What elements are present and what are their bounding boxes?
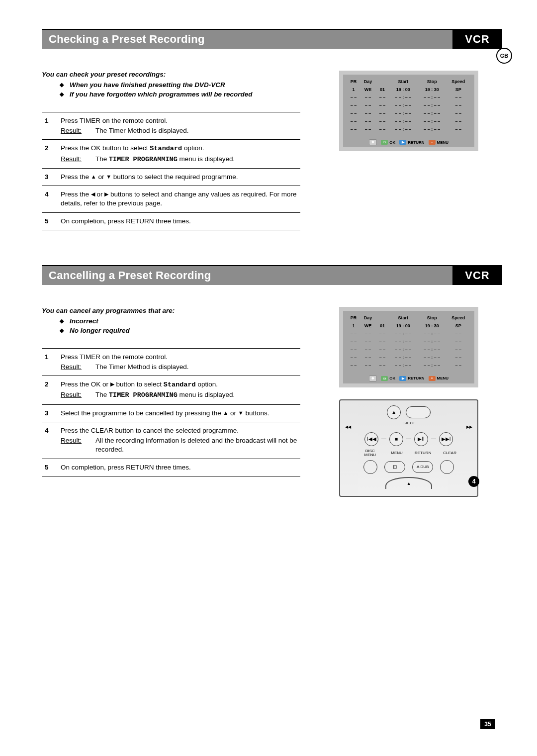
return-icon: ▶ — [399, 376, 406, 381]
intro-text: You can cancel any programmes that are: — [42, 307, 300, 314]
section-title: Cancelling a Preset Recording — [42, 266, 452, 285]
remote-diagram: ▲ EJECT ◀◀ ▶▶ I◀◀ ■ ▶II — [339, 399, 478, 497]
bullet-item: No longer required — [60, 327, 300, 334]
play-button[interactable]: ▶II — [414, 432, 428, 446]
intro-bullets: When you have finished presetting the DV… — [60, 81, 300, 98]
left-column: You can cancel any programmes that are: … — [42, 307, 300, 497]
left-column: You can check your preset recordings: Wh… — [42, 71, 300, 230]
step-item: On completion, press RETURN three times. — [42, 459, 300, 476]
ok-icon: ▭ — [381, 140, 388, 145]
rew-label: ◀◀ — [345, 425, 351, 429]
move-icon: ✥ — [369, 376, 377, 381]
language-badge: GB — [496, 48, 512, 64]
step-item: Press the ◀ or ▶ buttons to select and c… — [42, 186, 300, 212]
step-item: Press the ▲ or ▼ buttons to select the r… — [42, 169, 300, 186]
intro-bullets-2: IncorrectNo longer required — [60, 317, 300, 334]
ff-label: ▶▶ — [466, 425, 472, 429]
vcr-badge: VCR — [452, 30, 502, 49]
intro-text: You can check your preset recordings: — [42, 71, 300, 78]
bullet-item: If you have forgotten which programmes w… — [60, 91, 300, 98]
right-column: PRDayStartStopSpeed1WE0119 : 0019 : 30SP… — [315, 307, 502, 497]
clear-label: CLEAR — [443, 451, 456, 455]
jog-dial[interactable]: ▲ — [385, 477, 432, 489]
right-column: PRDayStartStopSpeed1WE0119 : 0019 : 30SP… — [315, 71, 502, 230]
section-cancelling: Cancelling a Preset Recording VCR You ca… — [42, 265, 502, 497]
step-item: Press the OK or ▶ button to select Stand… — [42, 376, 300, 404]
step-item: Press the CLEAR button to cancel the sel… — [42, 422, 300, 459]
bullet-item: When you have finished presetting the DV… — [60, 81, 300, 89]
vcr-badge: VCR — [452, 266, 502, 285]
title-bar: Checking a Preset Recording VCR — [42, 29, 502, 49]
step-item: Press the OK button to select Standard o… — [42, 140, 300, 168]
osd-screenshot-2: PRDayStartStopSpeed1WE0119 : 0019 : 30SP… — [339, 307, 478, 387]
step-item: Press TIMER on the remote control.Result… — [42, 348, 300, 376]
top-pill-button[interactable] — [406, 406, 431, 418]
eject-label: EJECT — [345, 421, 472, 425]
menu-label: MENU — [391, 451, 403, 455]
page-number: 35 — [480, 719, 495, 729]
step-list-2: Press TIMER on the remote control.Result… — [42, 348, 300, 476]
menu-icon: ≡ — [429, 140, 436, 145]
osd-screenshot-1: PRDayStartStopSpeed1WE0119 : 0019 : 30SP… — [339, 71, 478, 151]
osd-footer-2: ✥ ▭OK ▶RETURN ≡MENU — [343, 372, 474, 383]
display-button[interactable]: ⊡ — [384, 461, 405, 473]
stop-button[interactable]: ■ — [389, 432, 403, 446]
osd-table-1: PRDayStartStopSpeed1WE0119 : 0019 : 30SP… — [347, 78, 470, 133]
disc-menu-label: DISC MENU — [361, 449, 379, 457]
step-item: Press TIMER on the remote control.Result… — [42, 112, 300, 140]
step-item: On completion, press RETURN three times. — [42, 213, 300, 230]
step-callout: 4 — [468, 476, 479, 487]
next-button[interactable]: ▶▶I — [439, 432, 453, 446]
title-bar: Cancelling a Preset Recording VCR — [42, 265, 502, 285]
disc-menu-button[interactable] — [363, 460, 377, 474]
move-icon: ✥ — [369, 139, 377, 145]
step-item: Select the programme to be cancelled by … — [42, 405, 300, 422]
osd-table-2: PRDayStartStopSpeed1WE0119 : 0019 : 30SP… — [347, 314, 470, 370]
adub-button[interactable]: A.DUB — [412, 461, 433, 473]
prev-button[interactable]: I◀◀ — [364, 432, 378, 446]
bullet-item: Incorrect — [60, 317, 300, 325]
section-checking: Checking a Preset Recording VCR You can … — [42, 29, 502, 230]
return-icon: ▶ — [399, 140, 406, 145]
eject-button[interactable]: ▲ — [387, 405, 401, 419]
osd-footer-1: ✥ ▭OK ▶RETURN ≡MENU — [343, 135, 474, 147]
return-label: RETURN — [415, 451, 431, 455]
ok-icon: ▭ — [381, 376, 388, 381]
menu-icon: ≡ — [429, 376, 436, 381]
step-list-1: Press TIMER on the remote control.Result… — [42, 112, 300, 230]
clear-button[interactable] — [440, 460, 454, 474]
section-title: Checking a Preset Recording — [42, 30, 452, 49]
